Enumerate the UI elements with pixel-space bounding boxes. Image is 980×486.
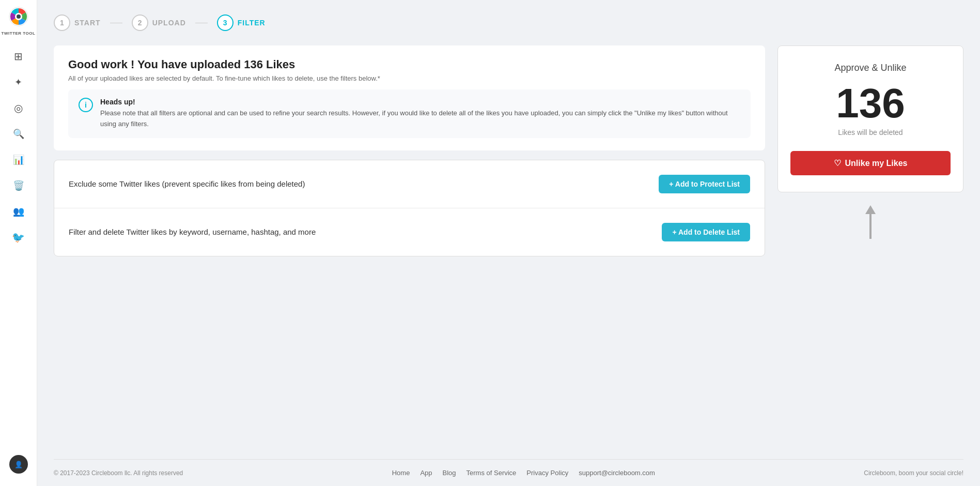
unlike-button[interactable]: ♡ Unlike my Likes bbox=[790, 151, 951, 175]
footer-links: Home App Blog Terms of Service Privacy P… bbox=[392, 469, 655, 477]
heads-up-box: i Heads up! Please note that all filters… bbox=[68, 89, 751, 138]
logo[interactable] bbox=[8, 6, 29, 29]
step-1-circle: 1 bbox=[54, 14, 70, 31]
svg-marker-4 bbox=[865, 205, 876, 214]
arrow-up-svg bbox=[863, 203, 878, 244]
upload-title: Good work ! You have uploaded 136 Likes bbox=[68, 58, 751, 71]
sidebar-item-delete[interactable]: 🗑️ bbox=[7, 174, 30, 197]
sidebar-item-twitter[interactable]: 🐦 bbox=[7, 226, 30, 249]
approve-title: Approve & Unlike bbox=[790, 63, 951, 73]
sidebar-item-analytics[interactable]: 📊 bbox=[7, 148, 30, 171]
sidebar-item-dashboard[interactable]: ⊞ bbox=[7, 45, 30, 68]
search-icon: 🔍 bbox=[13, 128, 24, 140]
footer-copyright: © 2017-2023 Circleboom llc. All rights r… bbox=[54, 469, 183, 477]
filter-box: Exclude some Twitter likes (prevent spec… bbox=[54, 160, 765, 256]
step-3-label: FILTER bbox=[238, 19, 266, 27]
unlike-button-label: Unlike my Likes bbox=[845, 159, 908, 168]
logo-label: TWITTER TOOL bbox=[2, 31, 36, 36]
protect-list-button[interactable]: + Add to Protect List bbox=[659, 175, 750, 193]
protect-label: Exclude some Twitter likes (prevent spec… bbox=[69, 179, 305, 188]
right-panel: Approve & Unlike 136 Likes will be delet… bbox=[777, 45, 963, 256]
delete-list-button[interactable]: + Add to Delete List bbox=[662, 223, 750, 241]
footer-link-home[interactable]: Home bbox=[392, 469, 410, 477]
step-2-number: 2 bbox=[138, 19, 142, 27]
footer: © 2017-2023 Circleboom llc. All rights r… bbox=[54, 459, 963, 486]
footer-link-blog[interactable]: Blog bbox=[443, 469, 456, 477]
heads-up-title: Heads up! bbox=[100, 98, 740, 106]
delete-icon: 🗑️ bbox=[13, 180, 24, 191]
step-2-circle: 2 bbox=[132, 14, 148, 31]
content-area: Good work ! You have uploaded 136 Likes … bbox=[54, 45, 963, 256]
heart-icon: ♡ bbox=[834, 158, 841, 168]
footer-link-email[interactable]: support@circleboom.com bbox=[579, 469, 655, 477]
dashboard-icon: ⊞ bbox=[14, 50, 23, 63]
audience-icon: 👥 bbox=[13, 206, 24, 217]
spacer bbox=[54, 256, 963, 459]
sidebar: TWITTER TOOL ⊞ ✦ ◎ 🔍 📊 🗑️ 👥 🐦 👤 bbox=[0, 0, 37, 486]
delete-label: Filter and delete Twitter likes by keywo… bbox=[69, 227, 316, 236]
sidebar-item-audience[interactable]: 👥 bbox=[7, 200, 30, 223]
step-3-circle: 3 bbox=[217, 14, 234, 31]
analytics-icon: 📊 bbox=[13, 154, 24, 165]
info-icon: i bbox=[79, 98, 93, 112]
twitter-icon: 🐦 bbox=[12, 231, 25, 244]
footer-tagline: Circleboom, boom your social circle! bbox=[864, 469, 963, 477]
step-divider-2 bbox=[195, 23, 208, 23]
approve-count: 136 bbox=[790, 83, 951, 124]
footer-link-app[interactable]: App bbox=[420, 469, 432, 477]
step-2-label: UPLOAD bbox=[152, 19, 186, 27]
sidebar-item-search[interactable]: 🔍 bbox=[7, 123, 30, 145]
step-divider-1 bbox=[110, 23, 122, 23]
step-1: 1 START bbox=[54, 14, 101, 31]
user-avatar[interactable]: 👤 bbox=[9, 455, 28, 474]
step-1-number: 1 bbox=[60, 19, 64, 27]
left-panel: Good work ! You have uploaded 136 Likes … bbox=[54, 45, 765, 256]
footer-link-privacy[interactable]: Privacy Policy bbox=[526, 469, 568, 477]
network-icon: ✦ bbox=[14, 77, 22, 88]
sidebar-item-target[interactable]: ◎ bbox=[7, 97, 30, 119]
filter-row-delete: Filter and delete Twitter likes by keywo… bbox=[54, 208, 765, 256]
approve-subtitle: Likes will be deleted bbox=[790, 128, 951, 136]
sidebar-item-network[interactable]: ✦ bbox=[7, 71, 30, 94]
filter-row-protect: Exclude some Twitter likes (prevent spec… bbox=[54, 160, 765, 208]
main-content: 1 START 2 UPLOAD 3 FILTER Good work ! Yo… bbox=[37, 0, 980, 486]
avatar-initial: 👤 bbox=[14, 461, 23, 468]
heads-up-text: Please note that all filters are optiona… bbox=[100, 108, 740, 130]
svg-point-2 bbox=[17, 14, 21, 19]
step-1-label: START bbox=[74, 19, 101, 27]
step-2: 2 UPLOAD bbox=[132, 14, 186, 31]
target-icon: ◎ bbox=[14, 102, 23, 114]
footer-link-tos[interactable]: Terms of Service bbox=[466, 469, 517, 477]
sidebar-nav: ⊞ ✦ ◎ 🔍 📊 🗑️ 👥 🐦 bbox=[7, 45, 30, 455]
approve-card: Approve & Unlike 136 Likes will be delet… bbox=[777, 45, 963, 192]
step-3: 3 FILTER bbox=[217, 14, 266, 31]
stepper: 1 START 2 UPLOAD 3 FILTER bbox=[54, 14, 963, 31]
upload-info-card: Good work ! You have uploaded 136 Likes … bbox=[54, 45, 765, 150]
upload-subtitle: All of your uploaded likes are selected … bbox=[68, 74, 751, 82]
step-3-number: 3 bbox=[223, 19, 227, 27]
arrow-up-container bbox=[777, 203, 963, 244]
heads-up-content: Heads up! Please note that all filters a… bbox=[100, 98, 740, 130]
